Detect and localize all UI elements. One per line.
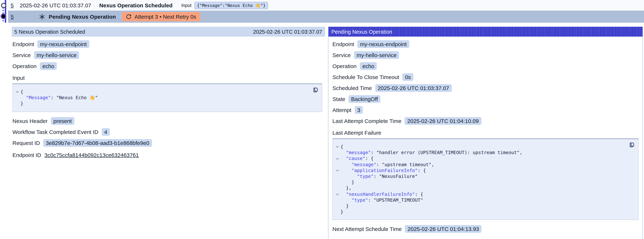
field-value-badge: present — [51, 117, 74, 124]
field-value-badge: 0s — [402, 73, 414, 81]
field-value-badge: 4 — [102, 128, 110, 136]
event-row-pending[interactable]: 5 Pending Nexus Operation Attempt 3 • Ne… — [8, 10, 644, 23]
field-scheduled-time: Scheduled Time 2025-02-26 UTC 01:03:37.0… — [332, 84, 639, 92]
copy-button[interactable] — [629, 142, 635, 148]
timeline-rail — [0, 0, 8, 24]
json-line: } — [340, 203, 349, 209]
field-last-attempt-complete-time: Last Attempt Complete Time 2025-02-26 UT… — [332, 117, 639, 125]
workflow-history-view: 5 2025-02-26 UTC 01:03:37.07 Nexus Opera… — [0, 0, 644, 239]
chevron-down-icon[interactable] — [334, 144, 340, 150]
chevron-down-icon — [334, 162, 340, 168]
field-value-badge: 2025-02-26 UTC 01:03:37.07 — [375, 84, 452, 92]
pending-panel-body: Endpoint my-nexus-endpoint Service my-he… — [328, 36, 642, 239]
chevron-down-icon — [334, 174, 340, 179]
chevron-down-icon — [334, 186, 340, 191]
event-row-scheduled[interactable]: 5 2025-02-26 UTC 01:03:37.07 Nexus Opera… — [8, 0, 644, 10]
open-circle-icon — [1, 3, 6, 8]
chevron-down-icon — [14, 95, 20, 101]
json-line: { — [20, 89, 23, 95]
panel-time: 2025-02-26 UTC 01:03:37.07 — [253, 29, 322, 34]
field-operation: Operation echo — [12, 62, 322, 70]
field-value-badge: my-nexus-endpoint — [37, 40, 89, 48]
field-value-badge: BackingOff — [348, 95, 380, 103]
field-operation: Operation echo — [332, 62, 639, 70]
json-line: } — [340, 209, 343, 215]
event-time: 2025-02-26 UTC 01:03:37.07 — [20, 2, 91, 8]
endpoint-id-link[interactable]: 3c0c75ccfa8144b092c13ce632463761 — [44, 152, 139, 158]
json-line: "message": "upstream timeout", — [340, 162, 434, 168]
json-viewer-input: { "Message": "Nexus Echo 👋"} — [12, 84, 322, 112]
field-attempt: Attempt 3 — [332, 106, 639, 114]
chevron-down-icon — [334, 197, 340, 203]
chevron-down-icon — [14, 101, 20, 107]
chevron-down-icon — [334, 150, 340, 156]
retry-attempt-badge: Attempt 3 • Next Retry 0s — [122, 12, 200, 21]
chevron-down-icon — [334, 209, 340, 215]
event-title: Pending Nexus Operation — [49, 14, 116, 20]
last-attempt-failure-label: Last Attempt Failure — [332, 130, 639, 136]
scheduled-panel-header: 5 Nexus Operation Scheduled 2025-02-26 U… — [12, 27, 325, 36]
retry-icon — [126, 14, 132, 20]
event-id-link[interactable]: 5 — [10, 14, 16, 20]
json-code: { "Message": "Nexus Echo 👋"} — [14, 89, 309, 107]
scheduled-panel-body: Endpoint my-nexus-endpoint Service my-he… — [12, 36, 325, 166]
field-state: State BackingOff — [332, 95, 639, 103]
chevron-down-icon — [334, 203, 340, 209]
field-value-badge: 3 — [354, 106, 363, 114]
field-value-badge: my-hello-service — [354, 51, 399, 59]
chevron-down-icon[interactable] — [334, 168, 340, 174]
input-label: Input — [181, 3, 192, 8]
detail-panels: 5 Nexus Operation Scheduled 2025-02-26 U… — [12, 27, 643, 239]
input-preview-badge: {"Message":"Nexus Echo 👋"} — [194, 2, 268, 9]
input-section-label: Input — [12, 75, 322, 81]
json-line: { — [340, 144, 343, 150]
field-service: Service my-hello-service — [332, 51, 639, 59]
json-viewer-failure: { "message": "handler error (UPSTREAM_TI… — [332, 138, 638, 220]
json-line: } — [340, 179, 354, 185]
field-value-badge: echo — [360, 62, 377, 70]
json-line: "type": "NexusFailure" — [340, 174, 418, 179]
field-value-badge: my-hello-service — [34, 51, 79, 59]
field-value-badge: 3e829b7e-7d67-4b08-aad3-b1e868bfe9e0 — [43, 139, 152, 146]
json-line: "message": "handler error (UPSTREAM_TIME… — [340, 150, 522, 156]
event-title: Nexus Operation Scheduled — [99, 2, 172, 8]
panel-title: Pending Nexus Operation — [331, 29, 392, 34]
event-history-rows: 5 2025-02-26 UTC 01:03:37.07 Nexus Opera… — [8, 0, 644, 23]
json-line: }, — [340, 186, 352, 191]
copy-button[interactable] — [313, 87, 318, 93]
field-value-badge: echo — [40, 62, 57, 70]
pending-asterisk-icon — [39, 14, 45, 20]
json-line: "Message": "Nexus Echo 👋" — [20, 95, 98, 101]
chevron-down-icon[interactable] — [334, 156, 340, 162]
chevron-down-icon — [334, 179, 340, 185]
scheduled-event-panel: 5 Nexus Operation Scheduled 2025-02-26 U… — [12, 27, 325, 166]
field-nexus-header: Nexus Header present — [12, 117, 322, 124]
retry-badge-text: Attempt 3 • Next Retry 0s — [134, 14, 196, 20]
field-endpoint: Endpoint my-nexus-endpoint — [332, 40, 639, 48]
pending-panel-header: Pending Nexus Operation — [328, 27, 642, 36]
json-code: { "message": "handler error (UPSTREAM_TI… — [334, 144, 626, 215]
field-schedule-to-close-timeout: Schedule To Close Timeout 0s — [332, 73, 639, 81]
pending-operation-panel: Pending Nexus Operation Endpoint my-nexu… — [328, 27, 643, 239]
chevron-down-icon[interactable] — [334, 191, 340, 197]
json-line: } — [20, 101, 23, 107]
field-value-badge: my-nexus-endpoint — [357, 40, 409, 48]
json-line: "nexusHandlerFailureInfo": { — [340, 191, 423, 197]
field-value-badge: 2025-02-26 UTC 01:04:13.93 — [405, 225, 482, 233]
json-line: "cause": { — [340, 156, 374, 162]
field-service: Service my-hello-service — [12, 51, 322, 59]
field-value-badge: 2025-02-26 UTC 01:04:10.09 — [405, 117, 481, 125]
field-endpoint: Endpoint my-nexus-endpoint — [12, 40, 322, 48]
json-line: "applicationFailureInfo": { — [340, 168, 426, 174]
chevron-down-icon[interactable] — [14, 89, 20, 95]
json-line: "type": "UPSTREAM_TIMEOUT" — [340, 197, 423, 203]
field-next-attempt-schedule-time: Next Attempt Schedule Time 2025-02-26 UT… — [332, 225, 639, 233]
event-id-link[interactable]: 5 — [10, 2, 16, 8]
field-workflow-task-completed-event-id: Workflow Task Completed Event ID 4 — [12, 128, 322, 136]
field-endpoint-id: Endpoint ID 3c0c75ccfa8144b092c13ce63246… — [12, 151, 322, 159]
panel-title: 5 Nexus Operation Scheduled — [14, 29, 85, 34]
field-request-id: Request ID 3e829b7e-7d67-4b08-aad3-b1e86… — [12, 139, 322, 146]
filled-dot-icon — [1, 14, 5, 18]
